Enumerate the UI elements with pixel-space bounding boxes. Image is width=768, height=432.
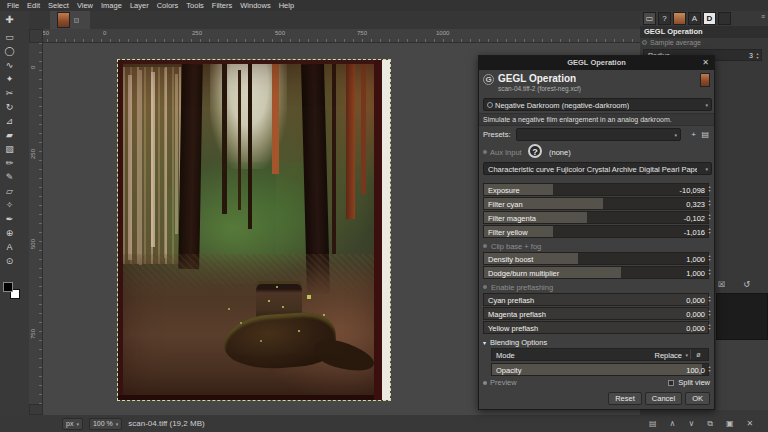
checkbox-icon bbox=[483, 381, 487, 385]
menu-tools[interactable]: Tools bbox=[182, 0, 208, 11]
spinner-icon[interactable]: ▴▾ bbox=[707, 307, 712, 320]
tool-free-select-button[interactable]: ∿ bbox=[2, 59, 17, 72]
reset-icon[interactable]: ↺ bbox=[743, 280, 750, 289]
split-view-label[interactable]: Split view bbox=[678, 378, 710, 387]
spinner-icon[interactable]: ▴▾ bbox=[707, 211, 712, 224]
ruler-corner-button[interactable] bbox=[29, 29, 43, 43]
operation-select[interactable]: Negative Darkroom (negative-darkroom) bbox=[483, 98, 712, 111]
magenta-preflash-slider[interactable]: Magenta preflash0,000 bbox=[483, 307, 709, 320]
spinner-icon[interactable]: ▴▾ bbox=[707, 225, 712, 238]
enable-preflashing-checkbox[interactable]: Enable preflashing bbox=[483, 282, 553, 292]
unit-select[interactable]: px▾ bbox=[62, 418, 83, 430]
close-icon[interactable]: ✕ bbox=[702, 56, 709, 70]
vertical-ruler[interactable]: 0 250 500 750 bbox=[29, 43, 43, 415]
menu-select[interactable]: Select bbox=[44, 0, 73, 11]
spinner-icon[interactable]: ▴▾ bbox=[755, 50, 760, 63]
exposure-slider[interactable]: Exposure-10,098 bbox=[483, 183, 709, 196]
dodge-burn-slider[interactable]: Dodge/burn multiplier1,000 bbox=[483, 266, 709, 279]
cancel-button[interactable]: Cancel bbox=[645, 392, 682, 405]
tool-text-button[interactable]: A bbox=[2, 241, 17, 254]
foreground-color-swatch bbox=[3, 282, 13, 292]
zoom-select[interactable]: 100 %▾ bbox=[89, 418, 122, 430]
opacity-slider[interactable]: Opacity100,0 bbox=[491, 363, 709, 376]
delete-layer-icon[interactable]: ✕ bbox=[747, 419, 754, 428]
cyan-preflash-slider[interactable]: Cyan preflash0,000 bbox=[483, 293, 709, 306]
tab-menu-icon[interactable] bbox=[74, 18, 79, 23]
preview-checkbox[interactable]: Preview bbox=[490, 378, 517, 387]
menu-windows[interactable]: Windows bbox=[236, 0, 274, 11]
characteristic-curve-select[interactable]: Characteristic curve Fujicolor Crystal A… bbox=[483, 162, 712, 175]
tool-bucket-fill-button[interactable]: ▰ bbox=[2, 129, 17, 142]
tool-eraser-button[interactable]: ▱ bbox=[2, 185, 17, 198]
question-icon[interactable]: ? bbox=[528, 144, 542, 158]
spinner-icon[interactable]: ▴▾ bbox=[707, 266, 712, 279]
tool-rotate-button[interactable]: ↻ bbox=[2, 101, 17, 114]
tool-rectangle-select-button[interactable]: ▭ bbox=[2, 31, 17, 44]
tool-scale-button[interactable]: ⊿ bbox=[2, 115, 17, 128]
raise-layer-icon[interactable]: ∧ bbox=[670, 419, 676, 428]
spinner-icon[interactable]: ▴▾ bbox=[707, 252, 712, 265]
density-boost-slider[interactable]: Density boost1,000 bbox=[483, 252, 709, 265]
delete-icon[interactable]: ☒ bbox=[718, 280, 725, 289]
spinner-icon[interactable]: ▴▾ bbox=[707, 363, 712, 376]
tool-pencil-button[interactable]: ✏ bbox=[2, 157, 17, 170]
mode-select[interactable]: Replace bbox=[654, 351, 682, 360]
reset-button[interactable]: Reset bbox=[608, 392, 642, 405]
duplicate-layer-icon[interactable]: ⧉ bbox=[707, 419, 713, 429]
menu-edit[interactable]: Edit bbox=[23, 0, 44, 11]
new-layer-icon[interactable]: ▤ bbox=[649, 419, 657, 428]
menu-layer[interactable]: Layer bbox=[126, 0, 153, 11]
tool-gradient-button[interactable]: ▧ bbox=[2, 143, 17, 156]
tab-document-history-icon[interactable]: D bbox=[703, 12, 716, 25]
menu-help[interactable]: Help bbox=[275, 0, 298, 11]
tool-zoom-button[interactable]: ⊙ bbox=[2, 255, 17, 268]
clip-base-fog-checkbox[interactable]: Clip base + fog bbox=[483, 241, 541, 251]
dock-menu-icon[interactable]: ≡ bbox=[761, 13, 765, 20]
menu-file[interactable]: File bbox=[3, 0, 23, 11]
lower-layer-icon[interactable]: ∨ bbox=[688, 419, 694, 428]
spinner-icon[interactable]: ▴▾ bbox=[707, 321, 712, 334]
spinner-icon[interactable]: ▴▾ bbox=[707, 293, 712, 306]
presets-menu-icon[interactable]: ▤ bbox=[701, 130, 709, 139]
image-tab[interactable] bbox=[50, 11, 90, 29]
presets-select[interactable] bbox=[516, 128, 681, 141]
tab-extra-icon[interactable] bbox=[718, 12, 731, 25]
tab-fonts-icon[interactable]: A bbox=[688, 12, 701, 25]
menu-filters[interactable]: Filters bbox=[208, 0, 236, 11]
yellow-preflash-slider[interactable]: Yellow preflash0,000 bbox=[483, 321, 709, 334]
forest-photo[interactable] bbox=[118, 60, 390, 400]
tool-clone-button[interactable]: ⊕ bbox=[2, 227, 17, 240]
tab-brushes-icon[interactable] bbox=[673, 12, 686, 25]
tab-tool-options-icon[interactable]: ▭ bbox=[643, 12, 656, 25]
anchor-layer-icon[interactable]: ▣ bbox=[726, 419, 734, 428]
tool-ellipse-select-button[interactable]: ◯ bbox=[2, 45, 17, 58]
tab-help-icon[interactable]: ? bbox=[658, 12, 671, 25]
quick-mask-toggle[interactable] bbox=[29, 404, 43, 415]
menu-image[interactable]: Image bbox=[97, 0, 126, 11]
dialog-heading: GEGL Operation bbox=[498, 73, 576, 84]
blending-options-expander[interactable]: ▾ Blending Options bbox=[483, 337, 547, 347]
filter-yellow-slider[interactable]: Filter yellow-1,016 bbox=[483, 225, 709, 238]
ok-button[interactable]: OK bbox=[685, 392, 710, 405]
spinner-icon[interactable]: ▴▾ bbox=[707, 183, 712, 196]
fg-bg-color-swatch[interactable] bbox=[3, 282, 20, 299]
expander-icon[interactable] bbox=[483, 150, 487, 154]
tool-crop-button[interactable]: ✂ bbox=[2, 87, 17, 100]
add-preset-icon[interactable]: + bbox=[691, 130, 696, 139]
spinner-icon[interactable]: ▴▾ bbox=[707, 197, 712, 210]
layer-thumbnail bbox=[700, 73, 710, 87]
filter-magenta-slider[interactable]: Filter magenta-0,102 bbox=[483, 211, 709, 224]
tool-paintbrush-button[interactable]: ✎ bbox=[2, 171, 17, 184]
tool-move-button[interactable]: ✚ bbox=[2, 13, 17, 26]
menu-view[interactable]: View bbox=[73, 0, 97, 11]
tool-airbrush-button[interactable]: ✧ bbox=[2, 199, 17, 212]
menu-colors[interactable]: Colors bbox=[153, 0, 183, 11]
filter-cyan-slider[interactable]: Filter cyan0,323 bbox=[483, 197, 709, 210]
mode-group-select[interactable]: ø bbox=[690, 350, 706, 359]
horizontal-ruler[interactable]: -250 0 250 500 750 1000 bbox=[29, 29, 640, 43]
tool-ink-button[interactable]: ✒ bbox=[2, 213, 17, 226]
split-view-checkbox-icon[interactable] bbox=[668, 380, 674, 386]
sample-average-checkbox[interactable]: Sample average bbox=[642, 39, 701, 46]
dialog-title-bar[interactable]: GEGL Operation ✕ bbox=[479, 56, 714, 70]
tool-fuzzy-select-button[interactable]: ✦ bbox=[2, 73, 17, 86]
